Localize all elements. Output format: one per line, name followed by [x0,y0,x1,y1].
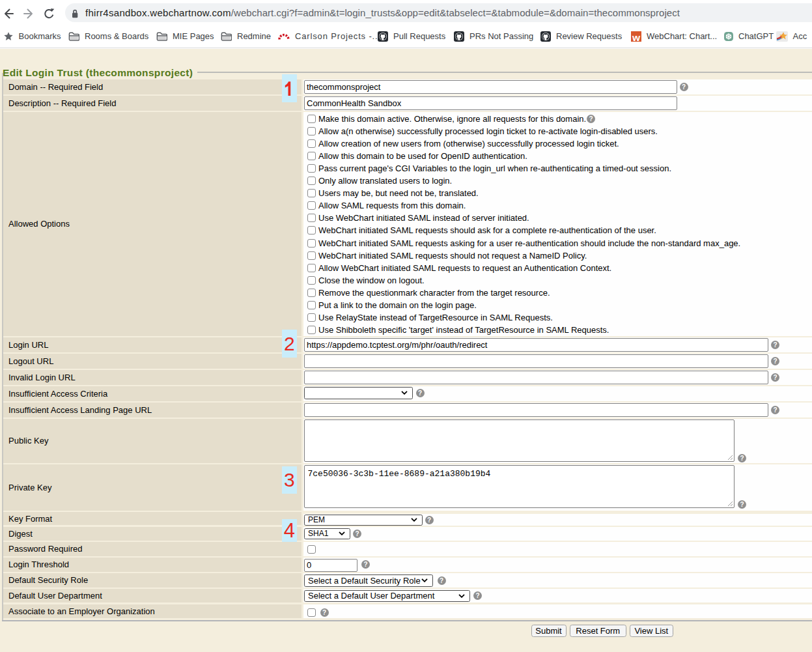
svg-text:w: w [632,32,641,42]
